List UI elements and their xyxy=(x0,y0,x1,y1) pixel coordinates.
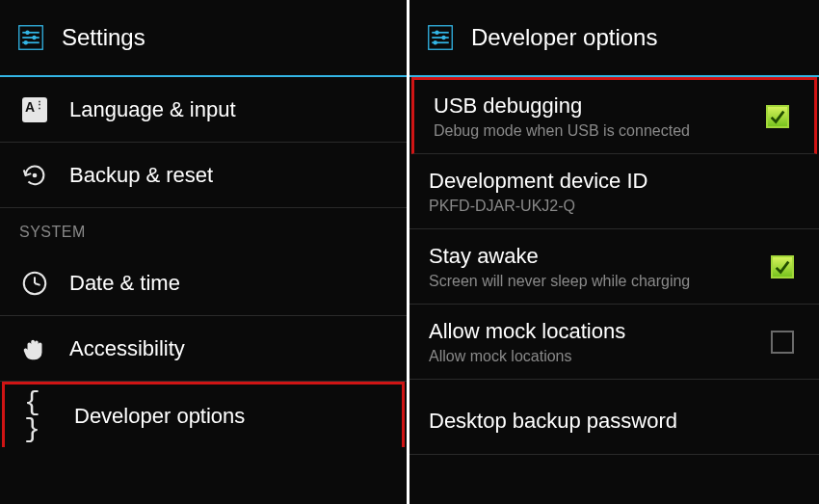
svg-point-13 xyxy=(435,31,438,35)
settings-title: Settings xyxy=(62,24,145,51)
row-desktop-backup-password[interactable]: Desktop backup password xyxy=(410,380,819,455)
row-stay-awake[interactable]: Stay awake Screen will never sleep while… xyxy=(410,229,819,305)
settings-header: Settings xyxy=(0,0,407,77)
item-backup-reset[interactable]: Backup & reset xyxy=(0,143,407,208)
item-date-time[interactable]: Date & time xyxy=(0,251,407,316)
row-text: Development device ID PKFD-DJAR-UKJ2-Q xyxy=(429,169,647,215)
row-text: Allow mock locations Allow mock location… xyxy=(429,319,625,365)
developer-title: Developer options xyxy=(471,24,657,51)
clock-icon xyxy=(19,268,50,299)
row-subtitle: Allow mock locations xyxy=(429,348,625,365)
row-title: USB debugging xyxy=(434,93,690,119)
hand-icon xyxy=(19,333,50,364)
settings-panel: Settings A Language & input Backup & res… xyxy=(0,0,409,504)
settings-icon xyxy=(17,24,44,51)
row-mock-locations[interactable]: Allow mock locations Allow mock location… xyxy=(410,305,819,380)
svg-line-10 xyxy=(35,283,40,285)
row-title: Desktop backup password xyxy=(429,401,677,434)
svg-point-7 xyxy=(33,172,38,177)
item-label: Accessibility xyxy=(69,336,185,361)
settings-list: A Language & input Backup & reset SYSTEM xyxy=(0,77,407,447)
developer-options-panel: Developer options USB debugging Debug mo… xyxy=(409,0,819,504)
row-title: Allow mock locations xyxy=(429,319,625,344)
item-label: Date & time xyxy=(69,271,180,296)
braces-icon: { } xyxy=(24,401,55,432)
item-developer-options[interactable]: { } Developer options xyxy=(2,382,405,447)
developer-list: USB debugging Debug mode when USB is con… xyxy=(410,77,819,455)
checkbox-usb-debugging[interactable] xyxy=(766,105,789,128)
item-accessibility[interactable]: Accessibility xyxy=(0,316,407,382)
checkbox-mock-locations[interactable] xyxy=(771,331,794,354)
item-label: Language & input xyxy=(69,97,236,122)
svg-point-6 xyxy=(24,40,28,44)
row-title: Development device ID xyxy=(429,169,647,194)
checkbox-stay-awake[interactable] xyxy=(771,255,794,279)
row-title: Stay awake xyxy=(429,244,690,269)
svg-point-4 xyxy=(32,36,36,40)
svg-point-2 xyxy=(25,31,29,35)
svg-point-17 xyxy=(434,40,437,44)
row-text: Stay awake Screen will never sleep while… xyxy=(429,244,690,290)
row-subtitle: Screen will never sleep while charging xyxy=(429,273,690,290)
language-icon: A xyxy=(19,94,50,125)
row-text: USB debugging Debug mode when USB is con… xyxy=(434,93,690,140)
item-label: Developer options xyxy=(74,404,245,429)
row-subtitle: Debug mode when USB is connected xyxy=(434,122,690,140)
item-label: Backup & reset xyxy=(69,163,213,188)
settings-icon xyxy=(427,24,454,51)
item-language-input[interactable]: A Language & input xyxy=(0,77,407,143)
restore-icon xyxy=(19,160,50,191)
row-subtitle: PKFD-DJAR-UKJ2-Q xyxy=(429,198,647,215)
row-usb-debugging[interactable]: USB debugging Debug mode when USB is con… xyxy=(411,77,817,154)
developer-header: Developer options xyxy=(410,0,819,77)
svg-point-15 xyxy=(441,36,445,40)
row-text: Desktop backup password xyxy=(429,401,677,434)
row-dev-device-id[interactable]: Development device ID PKFD-DJAR-UKJ2-Q xyxy=(410,154,819,229)
section-system: SYSTEM xyxy=(0,208,407,251)
